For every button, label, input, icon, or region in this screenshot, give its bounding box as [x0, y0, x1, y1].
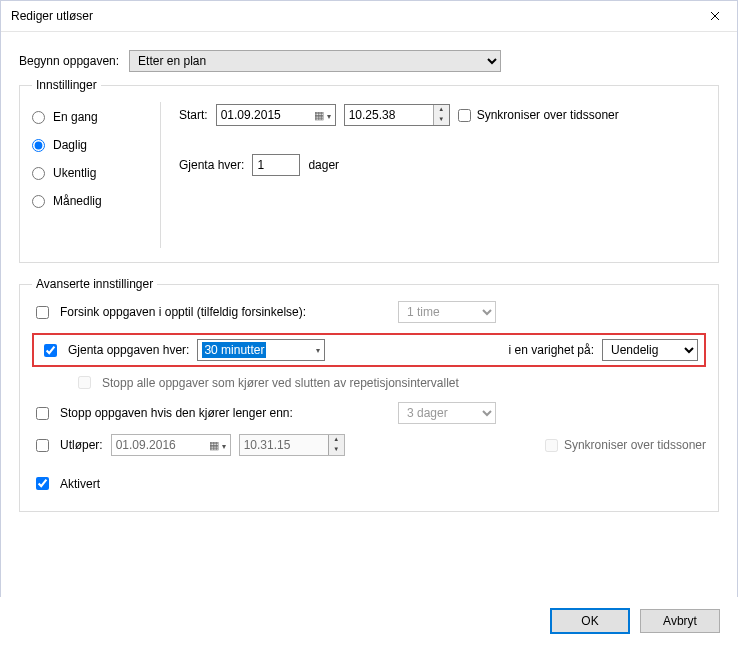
- radio-monthly[interactable]: [32, 195, 45, 208]
- adv-delay-row: Forsink oppgaven i opptil (tilfeldig for…: [32, 301, 706, 323]
- time-spinner[interactable]: ▲ ▼: [433, 105, 449, 125]
- repeat-task-highlight: Gjenta oppgaven hver: 30 minutter ▾ i en…: [32, 333, 706, 367]
- begin-task-label: Begynn oppgaven:: [19, 54, 119, 68]
- settings-fieldset: Innstillinger En gang Daglig Ukentlig Må…: [19, 78, 719, 263]
- time-spinner-disabled: ▲ ▼: [328, 435, 344, 455]
- stop-if-longer-checkbox[interactable]: [36, 407, 49, 420]
- repeat-task-combo[interactable]: 30 minutter ▾: [197, 339, 325, 361]
- delay-label: Forsink oppgaven i opptil (tilfeldig for…: [60, 305, 390, 319]
- spin-up-icon: ▲: [329, 435, 344, 445]
- start-time-input[interactable]: ▲ ▼: [344, 104, 450, 126]
- expires-date-value: 01.09.2016: [116, 438, 176, 452]
- advanced-fieldset: Avanserte innstillinger Forsink oppgaven…: [19, 277, 719, 512]
- recurrence-monthly[interactable]: Månedlig: [32, 194, 142, 208]
- cancel-button[interactable]: Avbryt: [640, 609, 720, 633]
- spin-up-icon[interactable]: ▲: [434, 105, 449, 115]
- recurrence-once[interactable]: En gang: [32, 110, 142, 124]
- duration-label: i en varighet på:: [509, 343, 594, 357]
- expires-sync-label: Synkroniser over tidssoner: [564, 438, 706, 452]
- adv-stop-if-longer-row: Stopp oppgaven hvis den kjører lenger en…: [32, 402, 706, 424]
- radio-weekly[interactable]: [32, 167, 45, 180]
- sync-timezone-check[interactable]: Synkroniser over tidssoner: [458, 108, 619, 122]
- delay-checkbox[interactable]: [36, 306, 49, 319]
- stop-if-longer-label: Stopp oppgaven hvis den kjører lenger en…: [60, 406, 390, 420]
- adv-expires-row: Utløper: 01.09.2016 ▦▾ ▲ ▼ Synkroniser o…: [32, 434, 706, 456]
- close-button[interactable]: [692, 1, 737, 31]
- expires-time-input: ▲ ▼: [239, 434, 345, 456]
- repeat-task-label: Gjenta oppgaven hver:: [68, 343, 189, 357]
- expires-date-input: 01.09.2016 ▦▾: [111, 434, 231, 456]
- stop-at-end-label: Stopp alle oppgaver som kjører ved slutt…: [102, 376, 459, 390]
- expires-label: Utløper:: [60, 438, 103, 452]
- vertical-divider: [160, 102, 161, 248]
- chevron-down-icon: ▾: [316, 346, 320, 355]
- duration-combo[interactable]: Uendelig: [602, 339, 698, 361]
- repeat-every-label: Gjenta hver:: [179, 158, 244, 172]
- repeat-every-input[interactable]: [252, 154, 300, 176]
- expires-time-field: [240, 435, 328, 455]
- calendar-icon: ▦▾: [209, 438, 226, 452]
- adv-enabled-row: Aktivert: [32, 474, 706, 493]
- start-time-field[interactable]: [345, 105, 433, 125]
- radio-daily[interactable]: [32, 139, 45, 152]
- start-label: Start:: [179, 108, 208, 122]
- radio-daily-label: Daglig: [53, 138, 87, 152]
- expires-sync-checkbox: [545, 439, 558, 452]
- repeat-every-row: Gjenta hver: dager: [179, 154, 706, 176]
- spin-down-icon: ▼: [329, 445, 344, 455]
- repeat-task-value: 30 minutter: [202, 342, 266, 358]
- ok-button[interactable]: OK: [550, 608, 630, 634]
- enabled-label: Aktivert: [60, 477, 100, 491]
- radio-monthly-label: Månedlig: [53, 194, 102, 208]
- calendar-icon: ▦▾: [314, 108, 331, 122]
- title-bar: Rediger utløser: [1, 1, 737, 32]
- expires-checkbox[interactable]: [36, 439, 49, 452]
- stop-if-longer-combo: 3 dager: [398, 402, 496, 424]
- radio-once[interactable]: [32, 111, 45, 124]
- window-title: Rediger utløser: [11, 9, 93, 23]
- start-row: Start: 01.09.2015 ▦▾ ▲ ▼ Synk: [179, 104, 706, 126]
- close-icon: [710, 11, 720, 21]
- begin-task-select[interactable]: Etter en plan: [129, 50, 501, 72]
- dialog-footer: OK Avbryt: [0, 597, 738, 645]
- adv-stop-at-end-row: Stopp alle oppgaver som kjører ved slutt…: [74, 373, 706, 392]
- radio-once-label: En gang: [53, 110, 98, 124]
- stop-at-end-checkbox: [78, 376, 91, 389]
- recurrence-weekly[interactable]: Ukentlig: [32, 166, 142, 180]
- advanced-legend: Avanserte innstillinger: [32, 277, 157, 291]
- begin-task-row: Begynn oppgaven: Etter en plan: [19, 50, 719, 72]
- sync-timezone-label: Synkroniser over tidssoner: [477, 108, 619, 122]
- expires-sync-check: Synkroniser over tidssoner: [545, 438, 706, 452]
- radio-weekly-label: Ukentlig: [53, 166, 96, 180]
- recurrence-group: En gang Daglig Ukentlig Månedlig: [32, 102, 142, 248]
- start-date-input[interactable]: 01.09.2015 ▦▾: [216, 104, 336, 126]
- repeat-every-unit: dager: [308, 158, 339, 172]
- sync-timezone-checkbox[interactable]: [458, 109, 471, 122]
- settings-right-pane: Start: 01.09.2015 ▦▾ ▲ ▼ Synk: [179, 102, 706, 248]
- delay-combo: 1 time: [398, 301, 496, 323]
- enabled-checkbox[interactable]: [36, 477, 49, 490]
- recurrence-daily[interactable]: Daglig: [32, 138, 142, 152]
- settings-legend: Innstillinger: [32, 78, 101, 92]
- spin-down-icon[interactable]: ▼: [434, 115, 449, 125]
- start-date-value: 01.09.2015: [221, 108, 281, 122]
- repeat-task-checkbox[interactable]: [44, 344, 57, 357]
